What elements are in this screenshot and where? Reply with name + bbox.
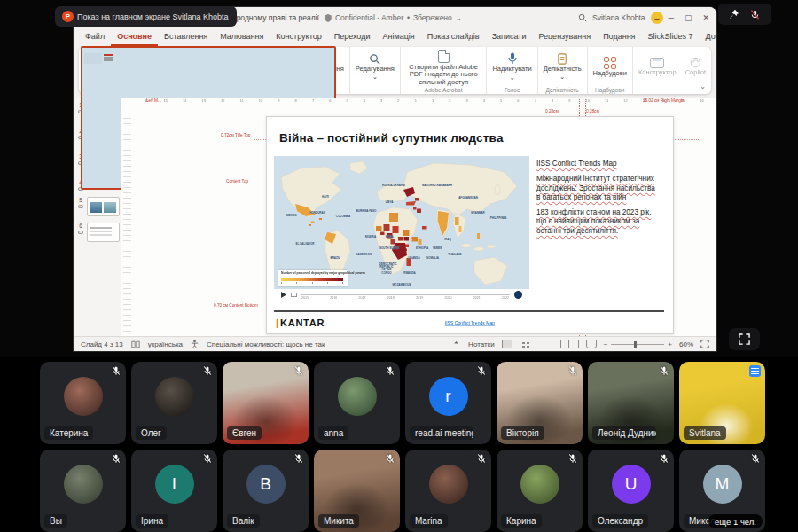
source-link[interactable]: IISS Conflict Trends Map [297, 320, 642, 325]
participant-tile[interactable]: Marina [405, 450, 491, 532]
slide-counter[interactable]: Слайд 4 з 13 [81, 340, 123, 348]
exit-fullscreen-button[interactable] [729, 328, 760, 350]
participant-tile[interactable]: В Валік [223, 450, 309, 532]
tab-рецензування[interactable]: Рецензування [532, 29, 597, 46]
addins-button[interactable]: Надбудови [593, 57, 627, 77]
more-participants-badge[interactable]: ещё 1 чел. [708, 514, 763, 528]
slide-thumbnail[interactable]: 6 [77, 223, 120, 242]
slide-canvas[interactable]: Війна – постійний супутник людства Numbe… [266, 116, 674, 334]
timeline-marker[interactable] [514, 291, 522, 299]
user-avatar[interactable] [651, 12, 663, 24]
participant-tile[interactable]: Вікторія [497, 362, 583, 444]
user-name[interactable]: Svitlana Khobta [592, 13, 645, 22]
mic-muted-icon [202, 365, 213, 376]
loop-icon[interactable] [291, 293, 297, 297]
slide-thumbnail[interactable]: 5 [77, 197, 120, 216]
dictate-button[interactable]: Надиктувати⌄ [492, 52, 531, 82]
thumbnail-preview[interactable] [81, 98, 121, 190]
tab-переходи[interactable]: Переходи [328, 29, 377, 46]
close-button[interactable]: ✕ [702, 13, 709, 22]
collapse-ribbon-icon[interactable]: ⌄ [700, 82, 706, 90]
slide-number: 6 [79, 223, 82, 229]
participant-tile[interactable]: Вы [40, 450, 126, 532]
map-timeline[interactable]: 20152016201720182019202020212022 [274, 289, 529, 300]
search-icon[interactable] [578, 13, 587, 22]
participant-tile[interactable]: Карина [497, 450, 583, 532]
ppt-statusbar: Слайд 4 з 13 українська Спеціальні можли… [74, 336, 716, 351]
guide-content-top: Content Top [226, 179, 248, 184]
play-icon[interactable] [281, 292, 286, 298]
tab-малювання[interactable]: Малювання [214, 29, 270, 46]
participant-name: Вы [44, 514, 67, 528]
proofing-icon[interactable] [131, 340, 140, 348]
chevron-down-icon[interactable]: ⌄ [456, 13, 462, 22]
slide-thumbnail[interactable]: 4 [77, 179, 120, 191]
participant-tile[interactable]: M Микол ещё 1 чел. [679, 450, 765, 532]
editing-button[interactable]: Редагування⌄ [356, 53, 395, 82]
participant-tile[interactable]: Євген [223, 362, 309, 444]
tab-подання[interactable]: Подання [597, 29, 641, 46]
confidential-label[interactable]: Confidential - Amber [335, 13, 403, 22]
slide-title[interactable]: Війна – постійний супутник людства [279, 131, 504, 145]
sensitivity-button[interactable]: Делікатність⌄ [544, 53, 582, 82]
create-pdf-button[interactable]: Створити файл Adobe PDF і надати до ньог… [406, 50, 481, 86]
slide-sorter-icon[interactable] [520, 340, 561, 348]
saved-label[interactable]: Збережено [413, 13, 452, 22]
participant-tile[interactable]: anna [314, 362, 400, 444]
powerpoint-window: ⟳ ▦ ⌄ Режим військового полону в міжнаро… [74, 7, 716, 351]
accessibility-status[interactable]: Спеціальні можливості: щось не так [207, 340, 325, 348]
fit-slide-icon[interactable] [700, 340, 709, 348]
participant-tile[interactable]: Катерина [40, 362, 126, 444]
zoom-in-icon[interactable]: + [668, 340, 672, 348]
minimize-button[interactable]: ─ [669, 13, 674, 22]
normal-view-icon[interactable] [502, 340, 512, 348]
left-margin-label: Left M... [146, 98, 161, 103]
participant-tile[interactable]: Леонід Дудник [588, 362, 674, 444]
eye-icon [78, 205, 83, 208]
mic-muted-icon [202, 453, 213, 464]
mic-muted-icon [385, 365, 395, 376]
thumbnail-preview[interactable] [87, 223, 120, 242]
tab-slickslides-7[interactable]: SlickSlides 7 [641, 29, 699, 46]
participant-tile[interactable]: Svitlana [679, 362, 765, 444]
tab-анімація[interactable]: Анімація [376, 29, 420, 46]
tab-записати[interactable]: Записати [486, 29, 533, 46]
zoom-slider-thumb[interactable] [634, 341, 637, 348]
tab-основне[interactable]: Основне [111, 29, 158, 46]
vertical-ruler[interactable] [123, 108, 131, 336]
participant-tile[interactable]: Микита [314, 450, 400, 532]
maximize-button[interactable]: ▢ [685, 13, 692, 22]
avatar: U [612, 465, 651, 504]
conflict-map[interactable]: Number of military personnel deployed by… [274, 156, 529, 300]
participant-tile[interactable]: Олег [131, 362, 217, 444]
mic-muted-icon[interactable] [749, 9, 761, 20]
screen-share-banner: P Показ на главном экране Svitlana Khobt… [55, 6, 237, 27]
language-label[interactable]: українська [148, 340, 183, 348]
participant-tile[interactable]: r read.ai meeting n... [405, 362, 491, 444]
participant-name: Вікторія [501, 426, 544, 440]
tab-показ-слайдів[interactable]: Показ слайдів [421, 29, 486, 46]
participant-tile[interactable]: U Олександр [588, 450, 674, 532]
tab-довідка[interactable]: Довідка [700, 29, 716, 46]
notes-label[interactable]: Нотатки [468, 340, 495, 348]
thumbnail-preview[interactable] [87, 197, 120, 216]
zoom-out-icon[interactable]: − [604, 340, 608, 348]
zoom-slider[interactable]: − + [604, 340, 672, 348]
slide-number: 5 [79, 197, 82, 203]
participant-tile[interactable]: І Ірина [131, 450, 217, 532]
tab-конструктор[interactable]: Конструктор [270, 29, 327, 46]
avatar [64, 465, 103, 504]
pin-icon[interactable] [729, 9, 739, 20]
designer-button[interactable]: Конструктор [638, 58, 677, 76]
copilot-button[interactable]: Copilot [685, 57, 706, 76]
tab-вставлення[interactable]: Вставлення [158, 29, 214, 46]
tab-файл[interactable]: Файл [79, 29, 111, 46]
map-label: NIGERIA [365, 235, 377, 238]
accessibility-icon[interactable] [191, 340, 199, 348]
slide-text-block[interactable]: IISS Conflict Trends Map Міжнародний інс… [536, 160, 661, 242]
reading-view-icon[interactable] [568, 340, 579, 348]
horizontal-ruler[interactable]: 1615141312111098765432112345678910111213… [145, 98, 704, 107]
notes-icon[interactable] [451, 340, 461, 348]
slideshow-icon[interactable] [586, 340, 597, 348]
zoom-level[interactable]: 60% [679, 340, 693, 348]
